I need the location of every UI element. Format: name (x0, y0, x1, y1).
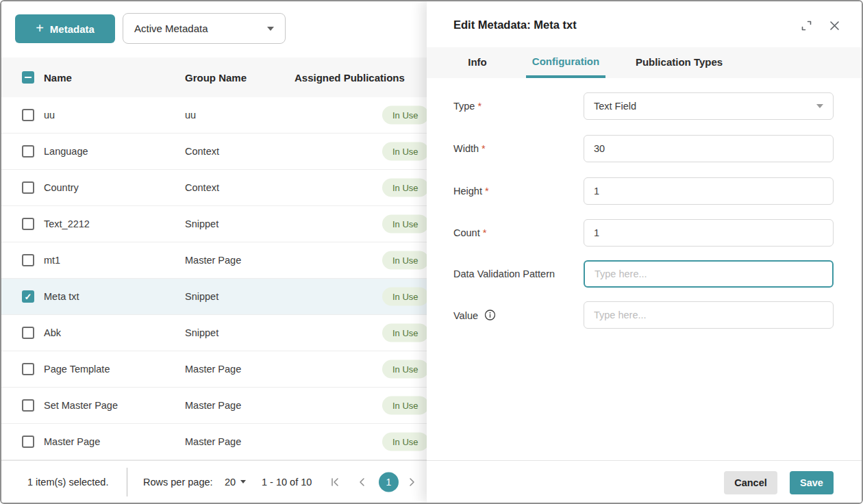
add-metadata-button[interactable]: + Metadata (15, 14, 115, 43)
plus-icon: + (36, 21, 44, 35)
table-header: Name Group Name Assigned Publications (1, 58, 427, 97)
column-header-assigned-publications: Assigned Publications (295, 72, 405, 84)
row-group-name: Context (185, 146, 219, 157)
row-name: Language (44, 146, 88, 157)
width-label: Width * (453, 143, 486, 154)
filter-select-value: Active Metadata (134, 23, 208, 34)
count-label: Count * (453, 227, 486, 238)
cancel-button[interactable]: Cancel (724, 471, 777, 494)
field-count: Count * (427, 219, 862, 247)
height-label: Height * (453, 186, 489, 197)
row-name: Abk (44, 327, 61, 338)
metadata-filter-select[interactable]: Active Metadata (123, 13, 286, 44)
status-badge: In Use (382, 179, 427, 197)
data-validation-pattern-label: Data Validation Pattern (453, 268, 555, 279)
panel-tabs: Info Configuration Publication Types (427, 47, 862, 78)
chevron-down-icon (240, 480, 246, 483)
row-checkbox[interactable] (22, 254, 34, 266)
status-badge: In Use (382, 360, 427, 379)
column-header-name: Name (44, 72, 72, 84)
row-checkbox[interactable] (22, 436, 34, 448)
row-group-name: Snippet (185, 291, 218, 302)
row-checkbox[interactable] (22, 181, 34, 194)
expand-panel-button[interactable] (800, 19, 812, 32)
row-name: mt1 (44, 255, 60, 266)
first-page-button[interactable] (329, 477, 340, 488)
rows-per-page-select[interactable]: 20 (225, 477, 246, 488)
save-button[interactable]: Save (790, 471, 834, 494)
status-badge: In Use (382, 324, 427, 342)
value-label: Value (453, 310, 496, 321)
count-input[interactable] (584, 219, 834, 247)
field-label-text: Width (453, 143, 479, 154)
add-metadata-label: Metadata (50, 23, 95, 35)
required-asterisk: * (481, 143, 486, 154)
column-header-group-name: Group Name (185, 72, 247, 84)
expand-icon (801, 20, 812, 32)
table-row[interactable]: Abk Snippet In Use (1, 315, 427, 351)
tab-publication-types[interactable]: Publication Types (630, 47, 728, 78)
row-group-name: Context (185, 182, 219, 193)
required-asterisk: * (483, 227, 487, 238)
row-name: uu (44, 110, 55, 121)
row-name: Country (44, 182, 79, 193)
previous-page-button[interactable] (357, 477, 368, 488)
width-input[interactable] (584, 135, 834, 162)
table-body: uu uu In Use Language Context In Use Cou… (1, 97, 427, 460)
page-range-text: 1 - 10 of 10 (262, 477, 312, 488)
info-icon[interactable] (484, 310, 496, 321)
field-data-validation-pattern: Data Validation Pattern (427, 260, 862, 288)
row-group-name: uu (185, 110, 196, 121)
status-badge: In Use (382, 251, 427, 270)
tab-info[interactable]: Info (459, 47, 496, 78)
close-panel-button[interactable] (827, 18, 841, 32)
table-row[interactable]: Set Master Page Master Page In Use (1, 388, 427, 424)
data-validation-pattern-input[interactable] (584, 260, 834, 288)
row-name: Meta txt (44, 291, 79, 302)
row-checkbox[interactable] (22, 327, 34, 339)
type-select[interactable]: Text Field (584, 92, 834, 120)
status-badge: In Use (382, 142, 427, 161)
row-group-name: Master Page (185, 364, 241, 375)
row-checkbox[interactable] (22, 399, 34, 412)
row-checkbox[interactable] (22, 109, 34, 121)
app-window: + Metadata Active Metadata Name Group Na… (0, 0, 863, 504)
status-badge: In Use (382, 106, 427, 125)
row-checkbox[interactable] (22, 363, 34, 375)
rows-per-page-value: 20 (225, 477, 236, 488)
row-group-name: Master Page (185, 400, 241, 411)
row-group-name: Master Page (185, 255, 241, 266)
row-name: Master Page (44, 436, 100, 447)
table-row[interactable]: Page Template Master Page In Use (1, 351, 427, 388)
table-row-selected[interactable]: Meta txt Snippet In Use (1, 279, 427, 315)
page-number-button[interactable]: 1 (379, 472, 399, 492)
edit-metadata-panel: Edit Metadata: Meta txt Info Configurati… (427, 1, 862, 503)
type-label: Type * (453, 101, 481, 112)
value-input[interactable] (584, 301, 834, 329)
row-group-name: Master Page (185, 436, 241, 447)
row-checkbox[interactable] (22, 145, 34, 158)
field-label-text: Type (453, 101, 475, 112)
row-name: Text_2212 (44, 218, 90, 229)
select-all-checkbox[interactable] (22, 71, 34, 84)
row-checkbox[interactable] (22, 218, 34, 230)
field-width: Width * (427, 135, 862, 162)
footer-divider (127, 468, 127, 496)
table-row[interactable]: Master Page Master Page In Use (1, 424, 427, 460)
table-row[interactable]: Text_2212 Snippet In Use (1, 206, 427, 242)
field-label-text: Height (453, 186, 482, 197)
table-row[interactable]: Language Context In Use (1, 134, 427, 170)
tab-configuration[interactable]: Configuration (526, 47, 605, 78)
status-badge: In Use (382, 288, 427, 306)
height-input[interactable] (584, 177, 834, 205)
row-group-name: Snippet (185, 218, 218, 229)
table-row[interactable]: mt1 Master Page In Use (1, 242, 427, 279)
field-height: Height * (427, 177, 862, 205)
row-checkbox-checked[interactable] (22, 290, 34, 303)
table-footer: 1 item(s) selected. Rows per page: 20 1 … (1, 460, 427, 503)
next-page-button[interactable] (406, 477, 417, 488)
table-row[interactable]: Country Context In Use (1, 170, 427, 206)
row-name: Page Template (44, 364, 110, 375)
rows-per-page-label: Rows per page: (143, 477, 213, 488)
table-row[interactable]: uu uu In Use (1, 97, 427, 134)
